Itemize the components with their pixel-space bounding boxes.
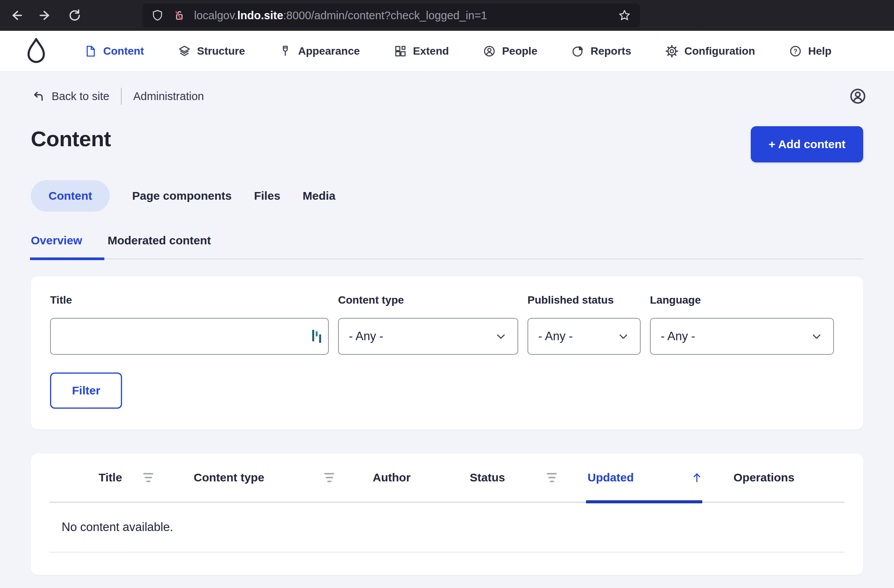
admin-toolbar: Content Structure Appearance Extend Peop… [0, 31, 894, 72]
toolbar-item-structure[interactable]: Structure [178, 45, 245, 58]
subtab-overview[interactable]: Overview [31, 234, 82, 259]
column-header-operations: Operations [717, 453, 845, 502]
primary-tabs: Content Page components Files Media [0, 162, 894, 212]
filter-panel: Title Content type - Any - Published sta… [31, 276, 863, 429]
sort-icon [143, 473, 153, 482]
toolbar-item-label: Configuration [685, 45, 755, 57]
browser-forward-button[interactable] [39, 8, 52, 22]
paintbrush-icon [279, 45, 292, 58]
toolbar-item-label: Content [103, 45, 144, 57]
selected-value: - Any - [349, 329, 383, 343]
user-circle-icon [849, 87, 867, 105]
column-header-status[interactable]: Status [460, 453, 567, 502]
breadcrumb-section: Administration [133, 90, 204, 103]
chevron-down-icon [617, 330, 630, 343]
sort-icon [547, 473, 557, 482]
account-menu-button[interactable] [849, 87, 867, 105]
toolbar-item-appearance[interactable]: Appearance [279, 45, 360, 58]
breadcrumb-divider [121, 88, 122, 105]
return-arrow-icon [31, 89, 45, 104]
page-header: Content + Add content [0, 105, 894, 162]
toolbar-item-content[interactable]: Content [84, 45, 144, 58]
svg-text:?: ? [794, 47, 797, 54]
content-table: Title Content type Author Status Updated [31, 453, 863, 575]
toolbar-item-label: Help [808, 45, 832, 57]
column-header-updated-sorted[interactable]: Updated [567, 453, 717, 502]
toolbar-item-people[interactable]: People [483, 45, 537, 58]
add-content-button[interactable]: + Add content [751, 126, 863, 162]
tab-page-components[interactable]: Page components [132, 180, 231, 212]
toolbar-item-extend[interactable]: Extend [394, 45, 449, 58]
published-status-select[interactable]: - Any - [527, 318, 641, 355]
toolbar-item-label: Reports [591, 45, 631, 57]
language-filter-label: Language [650, 294, 834, 306]
sort-ascending-arrow-icon [691, 471, 703, 484]
toolbar-item-help[interactable]: ? Help [789, 45, 832, 58]
forward-arrow-icon [39, 8, 52, 22]
broken-lock-icon[interactable] [172, 9, 186, 22]
toolbar-item-label: Appearance [298, 45, 360, 57]
language-select[interactable]: - Any - [650, 318, 834, 355]
browser-chrome: localgov.lndo.site:8000/admin/content?ch… [0, 0, 894, 31]
filter-field-language: Language - Any - [650, 294, 834, 355]
empty-table-message: No content available. [49, 503, 845, 553]
selected-value: - Any - [661, 329, 695, 343]
bookmark-star-icon[interactable] [618, 8, 631, 22]
person-circle-icon [483, 45, 496, 58]
subtab-moderated-content[interactable]: Moderated content [107, 234, 211, 259]
toolbar-item-label: Structure [197, 45, 245, 57]
pie-chart-icon [571, 45, 584, 58]
filter-field-title: Title [50, 294, 329, 355]
tab-media[interactable]: Media [303, 180, 335, 212]
breadcrumb: Back to site Administration [0, 72, 894, 105]
url-text[interactable]: localgov.lndo.site:8000/admin/content?ch… [194, 9, 618, 22]
content-type-filter-label: Content type [338, 294, 518, 306]
column-header-author: Author [344, 453, 460, 502]
blocks-icon [394, 45, 407, 58]
sort-icon [324, 473, 334, 482]
page-body: Back to site Administration Content + Ad… [0, 72, 894, 588]
browser-reload-button[interactable] [68, 8, 82, 22]
page-title: Content [31, 126, 111, 151]
back-arrow-icon [9, 8, 23, 22]
browser-back-button[interactable] [9, 8, 23, 22]
filter-field-content-type: Content type - Any - [338, 294, 518, 355]
toolbar-item-reports[interactable]: Reports [571, 45, 631, 58]
table-header-row: Title Content type Author Status Updated [49, 453, 845, 503]
column-header-title[interactable]: Title [49, 453, 163, 502]
tab-files[interactable]: Files [254, 180, 280, 212]
layers-icon [178, 45, 191, 58]
content-type-select[interactable]: - Any - [338, 318, 518, 355]
selected-value: - Any - [538, 329, 573, 343]
file-icon [84, 45, 97, 58]
filter-field-published-status: Published status - Any - [527, 294, 641, 355]
gear-icon [665, 45, 678, 58]
filter-submit-button[interactable]: Filter [50, 373, 122, 409]
toolbar-item-configuration[interactable]: Configuration [665, 45, 755, 58]
chevron-down-icon [494, 330, 507, 343]
back-to-site-link[interactable]: Back to site [52, 90, 109, 103]
reload-icon [68, 8, 82, 22]
password-manager-icon[interactable] [312, 330, 321, 343]
shield-icon[interactable] [151, 9, 164, 22]
toolbar-item-label: Extend [413, 45, 449, 57]
title-input-wrap [50, 318, 329, 355]
chevron-down-icon [810, 330, 823, 343]
drupal-logo-icon[interactable] [25, 37, 47, 65]
secondary-tabs: Overview Moderated content [0, 212, 894, 259]
toolbar-item-label: People [502, 45, 537, 57]
tab-content[interactable]: Content [31, 180, 110, 212]
title-filter-label: Title [50, 294, 329, 306]
question-circle-icon: ? [789, 45, 802, 58]
column-header-content-type[interactable]: Content type [163, 453, 344, 502]
address-bar[interactable]: localgov.lndo.site:8000/admin/content?ch… [142, 3, 640, 27]
published-status-filter-label: Published status [527, 294, 641, 306]
title-filter-input[interactable] [58, 319, 309, 354]
